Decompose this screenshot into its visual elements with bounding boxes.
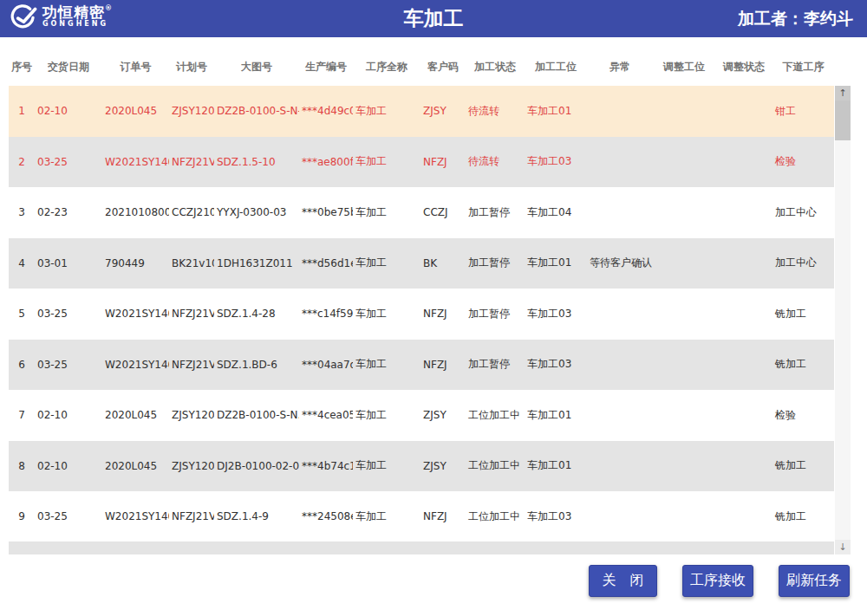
table-cell: 车加工04 bbox=[525, 187, 587, 238]
column-header: 下道工序 bbox=[772, 48, 834, 86]
table-cell: 03-01 bbox=[35, 238, 102, 289]
table-cell: 2 bbox=[9, 137, 35, 188]
table-row[interactable]: 802-102020L045ZJSY1201DJ2B-0100-02-03***… bbox=[9, 441, 834, 492]
table-cell bbox=[653, 238, 715, 289]
table-cell bbox=[587, 340, 653, 391]
table-cell: 车加工 bbox=[353, 289, 420, 340]
column-header: 加工状态 bbox=[466, 48, 525, 86]
table-cell: 铣加工 bbox=[772, 441, 834, 492]
table-cell: NFZJ bbox=[420, 340, 466, 391]
vertical-scrollbar[interactable]: ↑ ↓ bbox=[835, 86, 851, 554]
table-row[interactable]: 903-25W2021SY140NFZJ21V:SDZ.1.4-9***2450… bbox=[9, 491, 834, 542]
table-cell: ***4cea050b bbox=[299, 390, 353, 441]
table-cell: 车加工 bbox=[353, 187, 420, 238]
table-cell: 车加工 bbox=[353, 340, 420, 391]
table-row[interactable]: 102-102020L045ZJSY1201DZ2B-0100-S-N-***4… bbox=[9, 86, 834, 137]
column-header: 订单号 bbox=[102, 48, 169, 86]
table-row[interactable]: 302-23202101080011CCZJ2104YYXJ-0300-03**… bbox=[9, 187, 834, 238]
table-cell: DZ2B-0100-S-N- bbox=[214, 86, 299, 137]
column-header: 加工工位 bbox=[525, 48, 587, 86]
table-cell bbox=[587, 86, 653, 137]
table-row[interactable]: 203-25W2021SY140NFZJ21V:SDZ.1.5-10***ae8… bbox=[9, 137, 834, 188]
table-cell bbox=[653, 289, 715, 340]
table-header-row: 序号交货日期订单号计划号大图号生产编号工序全称客户码加工状态加工工位异常调整工位… bbox=[9, 48, 834, 86]
table-cell: W2021SY140 bbox=[102, 289, 169, 340]
table-cell: YYXJ-0300-03 bbox=[214, 187, 299, 238]
table-cell bbox=[653, 137, 715, 188]
table-cell: ***4b74c15b bbox=[299, 441, 353, 492]
table-cell bbox=[715, 238, 772, 289]
table-cell: 车加工03 bbox=[525, 137, 587, 188]
app-window: 功恒精密® GONGHENG 车加工 加工者：李约斗 序号交货日期订单号计划号大… bbox=[0, 0, 867, 616]
column-header: 计划号 bbox=[169, 48, 214, 86]
table-cell: 03-25 bbox=[35, 289, 102, 340]
column-header: 调整工位 bbox=[653, 48, 715, 86]
table-cell: 车加工 bbox=[353, 441, 420, 492]
table-cell: DJ2B-0100-02-03 bbox=[214, 441, 299, 492]
table-cell: 工位加工中 bbox=[466, 441, 525, 492]
table-cell: NFZJ bbox=[420, 289, 466, 340]
scrollbar-thumb[interactable] bbox=[835, 101, 851, 140]
table-cell: 车加工03 bbox=[525, 340, 587, 391]
table-cell bbox=[715, 491, 772, 542]
column-header: 客户码 bbox=[420, 48, 466, 86]
column-header: 调整状态 bbox=[715, 48, 772, 86]
table-body: 102-102020L045ZJSY1201DZ2B-0100-S-N-***4… bbox=[9, 86, 834, 542]
table-cell: 检验 bbox=[772, 390, 834, 441]
scroll-down-button[interactable]: ↓ bbox=[835, 540, 851, 554]
table-cell: 02-10 bbox=[35, 390, 102, 441]
task-table: 序号交货日期订单号计划号大图号生产编号工序全称客户码加工状态加工工位异常调整工位… bbox=[9, 48, 834, 542]
column-header: 生产编号 bbox=[299, 48, 353, 86]
process-accept-button[interactable]: 工序接收 bbox=[682, 565, 753, 597]
table-cell: 工位加工中 bbox=[466, 491, 525, 542]
table-row[interactable]: 503-25W2021SY140NFZJ21V:SDZ.1.4-28***c14… bbox=[9, 289, 834, 340]
table-cell: 3 bbox=[9, 187, 35, 238]
column-header: 大图号 bbox=[214, 48, 299, 86]
table-cell: 车加工03 bbox=[525, 289, 587, 340]
table-cell: SDZ.1.4-9 bbox=[214, 491, 299, 542]
table-cell: 待流转 bbox=[466, 137, 525, 188]
table-cell bbox=[653, 187, 715, 238]
scroll-up-button[interactable]: ↑ bbox=[835, 86, 851, 101]
table-cell: 7 bbox=[9, 390, 35, 441]
table-cell: 铣加工 bbox=[772, 289, 834, 340]
table-cell: 车加工03 bbox=[525, 491, 587, 542]
column-header: 工序全称 bbox=[353, 48, 420, 86]
table-cell: 车加工01 bbox=[525, 441, 587, 492]
table-cell: SDZ.1.5-10 bbox=[214, 137, 299, 188]
table-row[interactable]: 403-01790449BK21v1021DH1631Z011***d56d1e… bbox=[9, 238, 834, 289]
refresh-tasks-button[interactable]: 刷新任务 bbox=[779, 565, 850, 597]
table-row[interactable]: 603-25W2021SY140NFZJ21V:SDZ.1.BD-6***04a… bbox=[9, 340, 834, 391]
up-arrow-icon: ↑ bbox=[838, 88, 846, 99]
table-cell: 待流转 bbox=[466, 86, 525, 137]
table-cell: 车加工 bbox=[353, 137, 420, 188]
close-button[interactable]: 关 闭 bbox=[589, 565, 657, 597]
table-cell: 车加工 bbox=[353, 491, 420, 542]
table-cell: NFZJ21V: bbox=[169, 340, 214, 391]
table-cell bbox=[715, 289, 772, 340]
column-header: 序号 bbox=[9, 48, 35, 86]
table-cell bbox=[715, 390, 772, 441]
table-cell bbox=[653, 390, 715, 441]
table-cell: 2020L045 bbox=[102, 441, 169, 492]
table-cell: NFZJ21V: bbox=[169, 137, 214, 188]
table-cell: 车加工01 bbox=[525, 390, 587, 441]
table-cell: 车加工 bbox=[353, 390, 420, 441]
table-cell bbox=[715, 187, 772, 238]
table-cell: 工位加工中 bbox=[466, 390, 525, 441]
table-cell: W2021SY140 bbox=[102, 340, 169, 391]
table-cell: 202101080011 bbox=[102, 187, 169, 238]
table-cell: NFZJ21V: bbox=[169, 491, 214, 542]
table-cell: ***ae800fcd bbox=[299, 137, 353, 188]
table-cell: 加工暂停 bbox=[466, 187, 525, 238]
table-cell: W2021SY140 bbox=[102, 137, 169, 188]
table-row[interactable]: 702-102020L045ZJSY1201DZ2B-0100-S-N.1***… bbox=[9, 390, 834, 441]
table-cell: 6 bbox=[9, 340, 35, 391]
table-cell bbox=[715, 137, 772, 188]
table-cell bbox=[653, 86, 715, 137]
table-cell: ***04aa7dc0 bbox=[299, 340, 353, 391]
table-cell: ***c14f5902 bbox=[299, 289, 353, 340]
table-cell: 5 bbox=[9, 289, 35, 340]
table-cell: 1 bbox=[9, 86, 35, 137]
table-cell: NFZJ bbox=[420, 491, 466, 542]
